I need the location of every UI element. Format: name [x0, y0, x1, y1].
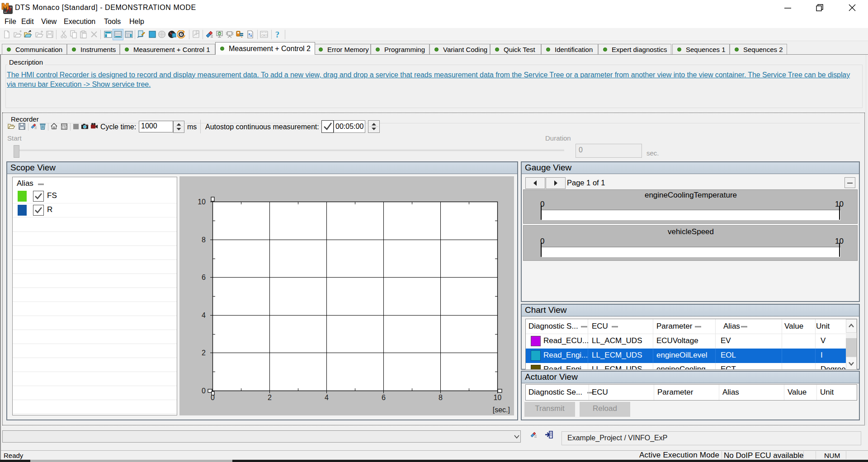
svg-text:4: 4 — [202, 311, 206, 319]
svg-text:4: 4 — [325, 394, 329, 401]
svg-text:OK?: OK? — [261, 34, 268, 37]
svg-text:2: 2 — [268, 394, 272, 401]
svg-text:6: 6 — [382, 394, 386, 401]
svg-text:[sec.]: [sec.] — [493, 406, 510, 414]
svg-text:8: 8 — [202, 236, 206, 244]
svg-text:10: 10 — [494, 394, 502, 401]
svg-text:?: ? — [275, 30, 279, 38]
svg-text:6: 6 — [202, 273, 206, 281]
svg-text:10: 10 — [198, 198, 206, 206]
svg-text:2: 2 — [202, 349, 206, 357]
svg-text:8: 8 — [439, 394, 443, 401]
svg-text:0: 0 — [202, 387, 206, 395]
